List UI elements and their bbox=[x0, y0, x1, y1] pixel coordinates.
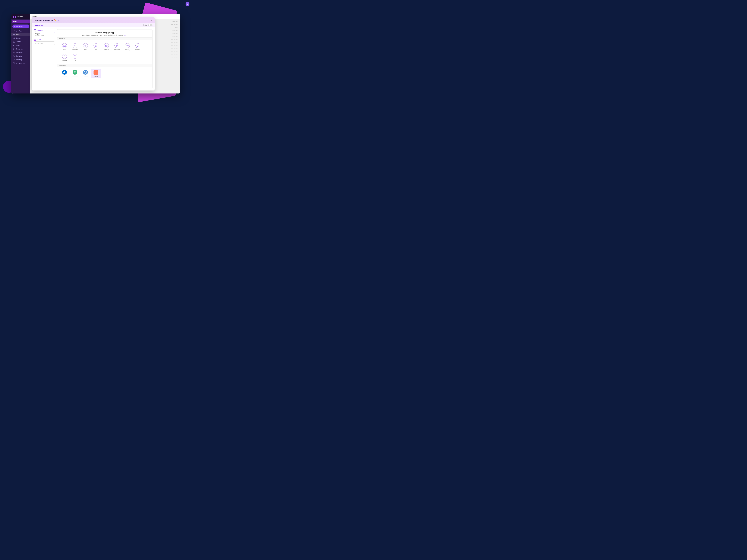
trigger-app-panel: Choose a trigger app Don't find the rule… bbox=[57, 29, 153, 88]
app-name-salesforce: Salesforce bbox=[62, 75, 67, 77]
status-toggle[interactable] bbox=[148, 24, 153, 26]
svg-rect-13 bbox=[13, 63, 15, 64]
sequences-icon bbox=[13, 48, 15, 50]
svg-point-20 bbox=[75, 72, 75, 72]
sidebar: Mixmax Rules Compose Live Feed bbox=[11, 14, 30, 94]
app-name-reminder: Reminder bbox=[62, 59, 67, 61]
close-button[interactable]: × bbox=[150, 19, 153, 22]
rule-editor-header: HubSpot Rule Demo ✏️ 🗑 × bbox=[32, 17, 155, 23]
app-item-meeting[interactable]: Meeting bbox=[101, 42, 112, 53]
svg-point-23 bbox=[96, 71, 96, 72]
sidebar-item-templates-label: Templates bbox=[16, 52, 23, 53]
filter-card[interactable]: Choose a filter bbox=[34, 42, 55, 45]
app-item-reminder[interactable]: Reminder bbox=[59, 53, 70, 62]
svg-rect-1 bbox=[13, 34, 15, 35]
trigger-app-title-area: Choose a trigger app Don't find the rule… bbox=[57, 29, 152, 37]
services-app-grid: Salesforce Greenhouse bbox=[57, 67, 152, 80]
delete-icon[interactable]: 🗑 bbox=[57, 19, 59, 21]
mixmax-logo: Mixmax bbox=[13, 16, 23, 18]
email-icon bbox=[62, 43, 67, 48]
meeting-icon bbox=[13, 62, 15, 64]
app-name-hubspot: HubSpot bbox=[94, 76, 98, 77]
sidebar-item-branding[interactable]: Branding bbox=[11, 58, 30, 61]
sidebar-item-rules[interactable]: Rules bbox=[11, 33, 30, 36]
logo-text: Mixmax bbox=[17, 16, 23, 18]
outbox-icon bbox=[13, 41, 15, 43]
app-item-greenhouse[interactable]: Greenhouse bbox=[70, 69, 80, 78]
rule-title: HubSpot Rule Demo bbox=[34, 19, 53, 21]
app-item-webhook[interactable]: Webhook bbox=[80, 69, 91, 78]
sidebar-item-sequences-label: Sequences bbox=[16, 48, 23, 50]
app-item-recurring[interactable]: Recurring bbox=[133, 42, 143, 53]
sidebar-item-outbox[interactable]: Outbox bbox=[11, 40, 30, 44]
app-item-call[interactable]: Call bbox=[80, 42, 91, 53]
webhook-icon bbox=[83, 70, 88, 75]
sidebar-item-templates[interactable]: Templates bbox=[11, 51, 30, 54]
svg-point-16 bbox=[95, 45, 97, 47]
trigger-card-title: Trigger bbox=[35, 33, 54, 34]
svg-point-8 bbox=[14, 49, 15, 49]
rule-title-area: HubSpot Rule Demo ✏️ 🗑 bbox=[34, 19, 59, 21]
svg-rect-5 bbox=[14, 37, 15, 39]
sidebar-item-live-feed-label: Live Feed bbox=[16, 30, 22, 32]
links-icon bbox=[125, 43, 130, 48]
rule-left-panel: TRIGGER Trigger Choose a trigger bbox=[34, 29, 55, 88]
salesforce-icon bbox=[62, 70, 67, 75]
app-name-call: Call bbox=[84, 49, 86, 50]
app-item-salesforce[interactable]: Salesforce bbox=[59, 69, 70, 78]
filter-card-subtitle: Choose a filter bbox=[35, 43, 54, 44]
trigger-block: TRIGGER Trigger Choose a trigger bbox=[34, 29, 55, 37]
svg-point-7 bbox=[13, 48, 14, 49]
avatar[interactable]: U bbox=[185, 2, 189, 6]
trigger-app-title: Choose a trigger app bbox=[59, 31, 150, 34]
tasks-icon bbox=[13, 45, 15, 46]
avatar-initials: U bbox=[187, 3, 188, 5]
app-item-attachment[interactable]: Attachment bbox=[112, 42, 122, 53]
contacts-icon bbox=[13, 55, 15, 57]
sidebar-item-meeting-templates[interactable]: Meeting temp... bbox=[11, 61, 30, 65]
app-item-hubspot[interactable]: HubSpot bbox=[91, 69, 101, 78]
sidebar-item-contacts[interactable]: Contacts bbox=[11, 54, 30, 58]
app-name-greenhouse: Greenhouse bbox=[72, 75, 78, 77]
app-item-sequence[interactable]: Sequence bbox=[70, 42, 80, 53]
sidebar-item-live-feed[interactable]: Live Feed bbox=[11, 29, 30, 33]
app-item-poll[interactable]: Poll bbox=[70, 53, 80, 62]
rules-icon bbox=[13, 34, 15, 35]
toggle-knob bbox=[149, 24, 150, 26]
sidebar-item-branding-label: Branding bbox=[16, 59, 22, 60]
sidebar-item-sequences[interactable]: Sequences bbox=[11, 47, 30, 51]
rule-setup-label: RULE SETUP bbox=[34, 24, 43, 26]
sidebar-tab-rules-label: Rules bbox=[13, 21, 17, 22]
sidebar-tab-rules[interactable]: Rules bbox=[12, 20, 30, 23]
compose-button[interactable]: Compose bbox=[12, 25, 29, 28]
sidebar-item-reports[interactable]: Reports bbox=[11, 36, 30, 40]
sidebar-nav: Live Feed Rules Reports bbox=[11, 29, 30, 94]
trigger-card[interactable]: Trigger Choose a trigger bbox=[34, 32, 55, 37]
trigger-label: TRIGGER bbox=[37, 30, 43, 31]
services-section-header: SERVICES bbox=[57, 64, 152, 67]
filter-diamond-icon bbox=[33, 38, 36, 41]
hubspot-icon bbox=[94, 70, 98, 75]
app-name-meeting: Meeting bbox=[104, 49, 108, 50]
app-item-links-unsubscribe[interactable]: Links & Unsubscribe bbox=[122, 42, 133, 53]
app-name-recurring: Recurring bbox=[135, 49, 140, 50]
poll-icon bbox=[73, 54, 77, 59]
sidebar-item-meeting-templates-label: Meeting temp... bbox=[16, 62, 26, 64]
edit-icon[interactable]: ✏️ bbox=[54, 19, 56, 21]
svg-rect-17 bbox=[105, 45, 107, 47]
sidebar-item-reports-label: Reports bbox=[16, 37, 21, 39]
trigger-card-subtitle: Choose a trigger bbox=[35, 35, 54, 36]
compose-icon bbox=[14, 26, 16, 27]
filter-label: FILTER bbox=[37, 39, 41, 41]
app-item-task[interactable]: Task bbox=[91, 42, 101, 53]
sidebar-item-tasks[interactable]: Tasks bbox=[11, 44, 30, 47]
file-request-link[interactable]: here bbox=[124, 34, 126, 36]
call-icon bbox=[83, 43, 88, 48]
logo-icon bbox=[13, 16, 16, 18]
rule-editor-body: TRIGGER Trigger Choose a trigger bbox=[32, 27, 155, 90]
app-item-email[interactable]: Email bbox=[59, 42, 70, 53]
branding-icon bbox=[13, 59, 15, 60]
sidebar-header: Mixmax bbox=[11, 14, 30, 19]
modal-overlay: HubSpot Rule Demo ✏️ 🗑 × RULE SETUP Stat… bbox=[30, 14, 180, 94]
sidebar-item-tasks-label: Tasks bbox=[16, 45, 20, 46]
